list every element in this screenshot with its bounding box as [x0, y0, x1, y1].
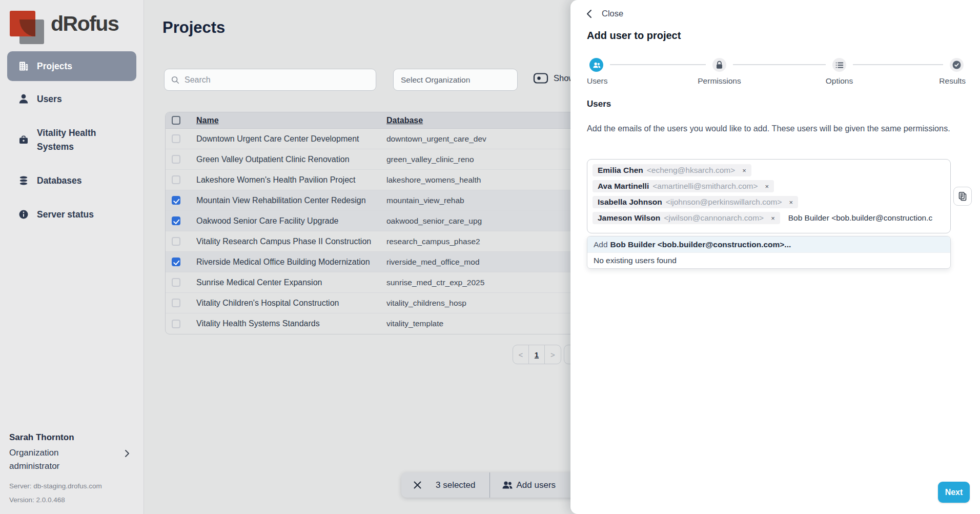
- info-icon: [18, 209, 29, 220]
- chip-email: <amartinelli@smitharch.com>: [652, 182, 758, 191]
- user-icon: [18, 93, 29, 105]
- step-permissions[interactable]: [712, 58, 726, 72]
- chevron-left-icon: [586, 9, 593, 18]
- chip-email: <echeng@hksarch.com>: [647, 166, 736, 175]
- divider: [489, 472, 490, 498]
- suggestion-empty: No existing users found: [587, 252, 950, 268]
- search-input[interactable]: [185, 75, 370, 85]
- toggle-icon: [533, 72, 548, 84]
- project-name: Downtown Urgent Care Center Development: [196, 134, 386, 144]
- column-header-name[interactable]: Name: [196, 116, 219, 125]
- row-checkbox[interactable]: [172, 196, 180, 205]
- step-label-permissions: Permissions: [688, 76, 750, 86]
- check-circle-icon: [952, 61, 961, 69]
- email-suggestions-dropdown: Add Bob Builder <bob.builder@constructio…: [587, 236, 951, 269]
- sidebar-item-label: Vitality Health Systems: [37, 126, 127, 154]
- remove-chip-icon[interactable]: [771, 215, 775, 222]
- email-chip: Jameson Wilson<jwilson@cannonarch.com>: [593, 212, 780, 224]
- clear-selection-icon[interactable]: [413, 480, 422, 490]
- search-icon: [171, 75, 180, 85]
- pagination-next-button[interactable]: >: [545, 345, 561, 364]
- panel-title: Add user to project: [587, 30, 681, 42]
- column-header-database[interactable]: Database: [386, 116, 423, 125]
- row-checkbox[interactable]: [172, 237, 180, 246]
- show-toggle[interactable]: Show: [533, 72, 575, 84]
- step-label-options: Options: [808, 76, 870, 86]
- suggestion-prefix: Add: [594, 240, 608, 249]
- user-role[interactable]: Organization administrator: [9, 446, 86, 473]
- email-input-value[interactable]: Bob Builder <bob.builder@construction.c: [788, 213, 933, 223]
- row-checkbox[interactable]: [172, 155, 180, 164]
- project-name: Mountain View Rehabilitation Center Rede…: [196, 196, 386, 205]
- sidebar: dRofus Projects Users Vitality Health Sy…: [0, 0, 144, 514]
- chip-email: <ijohnson@perkinswillarch.com>: [666, 197, 782, 207]
- row-checkbox[interactable]: [172, 175, 180, 184]
- step-users[interactable]: [589, 58, 603, 72]
- page-title: Projects: [162, 18, 225, 37]
- lock-icon: [716, 61, 723, 69]
- sidebar-item-users[interactable]: Users: [7, 90, 136, 108]
- row-checkbox[interactable]: [172, 258, 180, 266]
- sidebar-item-databases[interactable]: Databases: [7, 171, 136, 190]
- list-icon: [835, 62, 844, 69]
- row-checkbox[interactable]: [172, 299, 180, 307]
- section-description: Add the emails of the users you would li…: [587, 122, 953, 135]
- email-chip: Ava Martinelli<amartinelli@smitharch.com…: [593, 180, 774, 192]
- database-icon: [18, 175, 29, 186]
- organization-select[interactable]: Select Organization: [393, 69, 518, 91]
- sidebar-item-server-status[interactable]: Server status: [7, 205, 136, 224]
- row-checkbox[interactable]: [172, 320, 180, 328]
- organization-select-value: Select Organization: [401, 75, 470, 85]
- step-connector: [610, 64, 706, 65]
- pagination-page-1[interactable]: 1: [529, 345, 545, 364]
- add-users-button[interactable]: Add users: [517, 480, 556, 490]
- step-results[interactable]: [950, 58, 964, 72]
- chip-name: Emilia Chen: [598, 166, 643, 175]
- remove-chip-icon[interactable]: [789, 199, 793, 206]
- project-name: Vitality Health Systems Standards: [196, 319, 386, 328]
- step-options[interactable]: [832, 58, 846, 72]
- project-name: Lakeshore Women's Health Pavilion Projec…: [196, 175, 386, 185]
- version-info: Version: 2.0.0.468: [9, 496, 65, 504]
- clipboard-icon: [958, 191, 967, 202]
- row-checkbox[interactable]: [172, 134, 180, 143]
- sidebar-item-label: Server status: [37, 208, 94, 222]
- chip-email: <jwilson@cannonarch.com>: [664, 213, 764, 223]
- chip-name: Isabella Johnson: [598, 197, 662, 207]
- close-panel-button[interactable]: Close: [586, 9, 623, 18]
- sidebar-item-label: Projects: [37, 60, 72, 73]
- select-all-checkbox[interactable]: [172, 116, 180, 125]
- sidebar-item-label: Users: [37, 92, 62, 106]
- row-checkbox[interactable]: [172, 278, 180, 287]
- pagination-prev-button[interactable]: <: [513, 345, 529, 364]
- row-checkbox[interactable]: [172, 216, 180, 225]
- step-label-users: Users: [587, 76, 607, 86]
- project-name: Vitality Children's Hospital Constructio…: [196, 299, 386, 308]
- suggestion-add-email[interactable]: Add Bob Builder <bob.builder@constructio…: [587, 236, 950, 252]
- next-button[interactable]: Next: [938, 482, 970, 503]
- users-icon: [593, 62, 601, 69]
- user-name: Sarah Thornton: [9, 432, 74, 443]
- close-label: Close: [602, 9, 623, 18]
- briefcase-icon: [18, 134, 29, 146]
- section-title: Users: [587, 99, 611, 109]
- logo-wordmark: dRofus: [51, 12, 118, 36]
- building-icon: [18, 61, 29, 72]
- add-user-panel: Close Add user to project Users Permissi…: [570, 0, 980, 514]
- suggestion-email: Bob Builder <bob.builder@construction.co…: [610, 240, 791, 249]
- add-users-icon: [502, 480, 513, 490]
- project-name: Sunrise Medical Center Expansion: [196, 278, 386, 287]
- step-label-results: Results: [909, 76, 966, 86]
- email-chip: Emilia Chen<echeng@hksarch.com>: [593, 164, 751, 176]
- step-connector: [733, 64, 826, 65]
- chip-name: Jameson Wilson: [598, 213, 660, 223]
- remove-chip-icon[interactable]: [765, 183, 769, 190]
- search-box: [164, 69, 376, 91]
- paste-from-clipboard-button[interactable]: [953, 187, 972, 206]
- step-connector: [853, 64, 943, 65]
- email-tags-input[interactable]: Emilia Chen<echeng@hksarch.com> Ava Mart…: [587, 159, 951, 233]
- sidebar-item-vitality-health-systems[interactable]: Vitality Health Systems: [7, 125, 136, 154]
- sidebar-item-projects[interactable]: Projects: [7, 51, 136, 81]
- chevron-right-icon[interactable]: [122, 448, 132, 461]
- remove-chip-icon[interactable]: [742, 167, 746, 174]
